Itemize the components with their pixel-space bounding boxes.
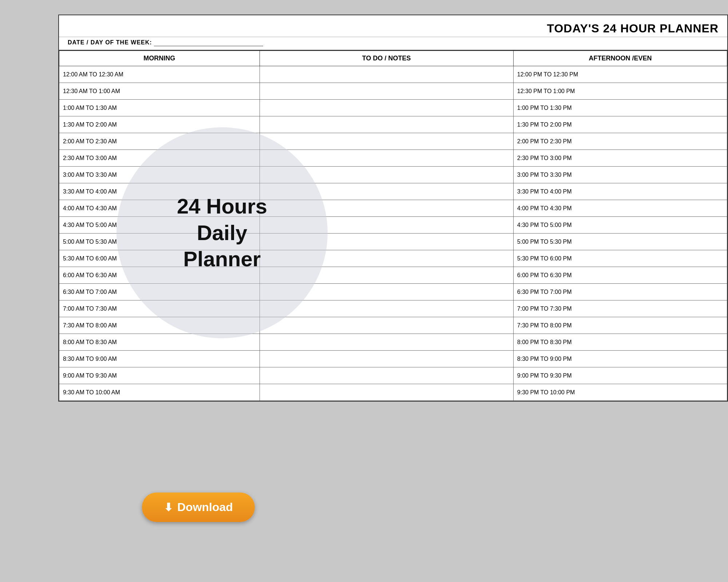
todo-cell[interactable] [260,250,513,267]
todo-cell[interactable] [260,217,513,234]
time-slot-am: 2:00 AM TO 2:30 AM [59,133,260,150]
download-arrow-icon: ⬇ [164,501,173,514]
table-row: 5:30 AM TO 6:00 AM5:30 PM TO 6:00 PM [59,250,727,267]
time-slot-am: 3:30 AM TO 4:00 AM [59,183,260,200]
time-slot-am: 8:00 AM TO 8:30 AM [59,334,260,351]
table-row: 1:30 AM TO 2:00 AM1:30 PM TO 2:00 PM [59,116,727,133]
time-slot-am: 9:00 AM TO 9:30 AM [59,367,260,384]
time-slot-pm: 5:00 PM TO 5:30 PM [513,234,727,250]
todo-cell[interactable] [260,284,513,300]
table-row: 6:00 AM TO 6:30 AM6:00 PM TO 6:30 PM [59,267,727,284]
time-slot-pm: 4:00 PM TO 4:30 PM [513,200,727,217]
table-row: 1:00 AM TO 1:30 AM1:00 PM TO 1:30 PM [59,100,727,116]
table-row: 2:00 AM TO 2:30 AM2:00 PM TO 2:30 PM [59,133,727,150]
todo-cell[interactable] [260,384,513,401]
table-row: 12:00 AM TO 12:30 AM12:00 PM TO 12:30 PM [59,66,727,83]
download-button[interactable]: ⬇ Download [142,493,255,522]
time-slot-am: 4:30 AM TO 5:00 AM [59,217,260,234]
time-slot-am: 1:00 AM TO 1:30 AM [59,100,260,116]
table-row: 5:00 AM TO 5:30 AM5:00 PM TO 5:30 PM [59,234,727,250]
todo-cell[interactable] [260,367,513,384]
time-slot-am: 1:30 AM TO 2:00 AM [59,116,260,133]
todo-cell[interactable] [260,167,513,183]
time-slot-pm: 5:30 PM TO 6:00 PM [513,250,727,267]
todo-cell[interactable] [260,267,513,284]
time-slot-pm: 2:00 PM TO 2:30 PM [513,133,727,150]
time-slot-pm: 12:00 PM TO 12:30 PM [513,66,727,83]
todo-cell[interactable] [260,133,513,150]
time-slot-am: 5:00 AM TO 5:30 AM [59,234,260,250]
table-row: 7:00 AM TO 7:30 AM7:00 PM TO 7:30 PM [59,300,727,317]
table-row: 3:00 AM TO 3:30 AM3:00 PM TO 3:30 PM [59,167,727,183]
page-title: TODAY'S 24 HOUR PLANNER [59,15,727,37]
todo-cell[interactable] [260,317,513,334]
date-label: DATE / DAY OF THE WEEK: [68,39,152,45]
time-slot-pm: 8:00 PM TO 8:30 PM [513,334,727,351]
col-header-todo: TO DO / NOTES [260,51,513,66]
todo-cell[interactable] [260,150,513,167]
time-slot-pm: 7:00 PM TO 7:30 PM [513,300,727,317]
time-slot-pm: 9:00 PM TO 9:30 PM [513,367,727,384]
time-slot-am: 12:00 AM TO 12:30 AM [59,66,260,83]
table-row: 4:30 AM TO 5:00 AM4:30 PM TO 5:00 PM [59,217,727,234]
time-slot-pm: 8:30 PM TO 9:00 PM [513,351,727,367]
table-row: 4:00 AM TO 4:30 AM4:00 PM TO 4:30 PM [59,200,727,217]
col-header-morning: MORNING [59,51,260,66]
table-row: 2:30 AM TO 3:00 AM2:30 PM TO 3:00 PM [59,150,727,167]
todo-cell[interactable] [260,116,513,133]
table-row: 12:30 AM TO 1:00 AM12:30 PM TO 1:00 PM [59,83,727,100]
time-slot-am: 3:00 AM TO 3:30 AM [59,167,260,183]
time-slot-am: 7:30 AM TO 8:00 AM [59,317,260,334]
time-slot-am: 8:30 AM TO 9:00 AM [59,351,260,367]
todo-cell[interactable] [260,334,513,351]
table-row: 8:00 AM TO 8:30 AM8:00 PM TO 8:30 PM [59,334,727,351]
time-slot-pm: 9:30 PM TO 10:00 PM [513,384,727,401]
todo-cell[interactable] [260,83,513,100]
time-slot-pm: 3:30 PM TO 4:00 PM [513,183,727,200]
table-row: 8:30 AM TO 9:00 AM8:30 PM TO 9:00 PM [59,351,727,367]
table-row: 9:30 AM TO 10:00 AM9:30 PM TO 10:00 PM [59,384,727,401]
planner-page: TODAY'S 24 HOUR PLANNER DATE / DAY OF TH… [58,15,728,402]
todo-cell[interactable] [260,234,513,250]
time-slot-pm: 1:00 PM TO 1:30 PM [513,100,727,116]
time-slot-am: 12:30 AM TO 1:00 AM [59,83,260,100]
time-slot-pm: 6:30 PM TO 7:00 PM [513,284,727,300]
time-slot-pm: 4:30 PM TO 5:00 PM [513,217,727,234]
time-slot-pm: 12:30 PM TO 1:00 PM [513,83,727,100]
col-header-afternoon: AFTERNOON /EVEN [513,51,727,66]
download-label: Download [177,501,233,514]
todo-cell[interactable] [260,351,513,367]
planner-table: MORNING TO DO / NOTES AFTERNOON /EVEN 12… [59,51,727,401]
todo-cell[interactable] [260,66,513,83]
time-slot-am: 2:30 AM TO 3:00 AM [59,150,260,167]
todo-cell[interactable] [260,100,513,116]
time-slot-pm: 6:00 PM TO 6:30 PM [513,267,727,284]
todo-cell[interactable] [260,300,513,317]
todo-cell[interactable] [260,200,513,217]
time-slot-pm: 1:30 PM TO 2:00 PM [513,116,727,133]
time-slot-am: 6:00 AM TO 6:30 AM [59,267,260,284]
time-slot-am: 9:30 AM TO 10:00 AM [59,384,260,401]
time-slot-pm: 3:00 PM TO 3:30 PM [513,167,727,183]
time-slot-pm: 2:30 PM TO 3:00 PM [513,150,727,167]
table-row: 7:30 AM TO 8:00 AM7:30 PM TO 8:00 PM [59,317,727,334]
date-input[interactable] [154,39,263,46]
table-row: 9:00 AM TO 9:30 AM9:00 PM TO 9:30 PM [59,367,727,384]
date-row: DATE / DAY OF THE WEEK: [59,37,727,51]
table-row: 3:30 AM TO 4:00 AM3:30 PM TO 4:00 PM [59,183,727,200]
time-slot-am: 4:00 AM TO 4:30 AM [59,200,260,217]
time-slot-am: 5:30 AM TO 6:00 AM [59,250,260,267]
time-slot-am: 7:00 AM TO 7:30 AM [59,300,260,317]
table-row: 6:30 AM TO 7:00 AM6:30 PM TO 7:00 PM [59,284,727,300]
time-slot-am: 6:30 AM TO 7:00 AM [59,284,260,300]
todo-cell[interactable] [260,183,513,200]
time-slot-pm: 7:30 PM TO 8:00 PM [513,317,727,334]
